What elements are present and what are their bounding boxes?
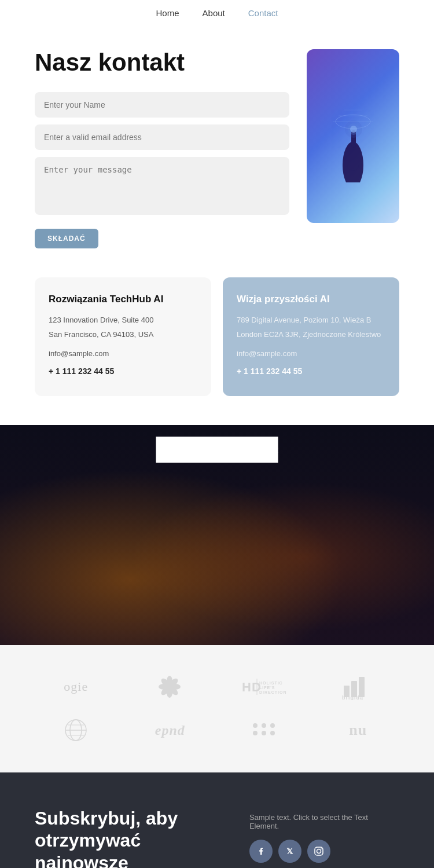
image-nav: Home About Contact [156,437,278,463]
svg-point-74 [270,723,275,728]
svg-rect-65 [359,677,365,697]
logo-epnd-text: epnd [155,723,185,738]
footer-heading: Subskrybuj, aby otrzymywać najnowsze akt… [35,807,215,868]
footer-right: Sample text. Click to select the Text El… [249,807,399,868]
card-1-phone: + 1 111 232 44 55 [49,365,197,378]
hero-illustration [327,90,379,182]
card-2-address2: London EC2A 3JR, Zjednoczone Królestwo [237,329,385,341]
svg-text:brigida: brigida [342,695,363,700]
contact-cards: Rozwiązania TechHub AI 123 Innovation Dr… [0,277,434,425]
page-title: Nasz kontakt [35,49,289,76]
card-1-title: Rozwiązania TechHub AI [49,294,197,305]
card-1-email: info@sample.com [49,348,197,360]
image-nav-home[interactable]: Home [156,445,179,455]
svg-rect-78 [315,847,323,855]
svg-point-57 [167,684,172,690]
main-nav: Home About Contact [0,0,434,26]
logo-dots-icon [249,719,278,742]
svg-point-79 [317,849,321,853]
logo-flower [157,674,183,700]
contact-card-2: Wizja przyszłości AI 789 Digital Avenue,… [223,277,399,396]
svg-text:LIFE'S: LIFE'S [259,686,275,690]
footer: Subskrybuj, aby otrzymywać najnowsze akt… [0,772,434,868]
name-field-group [35,92,289,118]
message-field-group [35,157,289,217]
logo-globe-icon [63,717,89,744]
card-2-phone: + 1 111 232 44 55 [237,365,385,378]
logo-brigida-icon: brigida [341,674,376,700]
logo-dots [249,719,278,742]
card-2-title: Wizja przyszłości AI [237,294,385,305]
svg-text:HOLISTIC: HOLISTIC [259,681,283,685]
logo-nu-text: nu [349,721,367,739]
card-2-address1: 789 Digital Avenue, Poziom 10, Wieża B [237,314,385,327]
instagram-icon[interactable] [307,840,330,863]
image-nav-about[interactable]: About [203,445,225,455]
logo-nu: nu [349,721,367,739]
nav-about[interactable]: About [203,8,225,18]
svg-text:HD: HD [242,680,262,694]
facebook-icon[interactable] [249,840,273,863]
hero-section: Nasz kontakt SKŁADAĆ [0,26,434,277]
logo-ogie: ogie [64,679,88,694]
footer-left: Subskrybuj, aby otrzymywać najnowsze akt… [35,807,215,868]
svg-point-5 [345,120,362,138]
logo-flower-icon [157,674,183,700]
logo-globe [63,717,89,744]
contact-card-1: Rozwiązania TechHub AI 123 Innovation Dr… [35,277,211,396]
nav-contact[interactable]: Contact [248,8,278,18]
logos-section: ogie HD HOLISTIC L [0,645,434,772]
footer-content: Subskrybuj, aby otrzymywać najnowsze akt… [35,807,399,868]
logo-brigida: brigida [341,674,376,700]
twitter-x-icon[interactable]: 𝕏 [278,840,301,863]
svg-text:DIRECTION: DIRECTION [259,690,287,694]
card-2-email: info@sample.com [237,348,385,360]
svg-point-73 [262,723,266,728]
hero-image [307,49,399,223]
name-input[interactable] [35,92,289,118]
logo-ogie-text: ogie [64,679,88,694]
logo-hd-icon: HD HOLISTIC LIFE'S DIRECTION [241,675,287,698]
svg-point-80 [321,848,322,849]
message-textarea[interactable] [35,157,289,215]
svg-point-77 [270,731,275,735]
social-icons: 𝕏 [249,840,399,863]
logos-grid: ogie HD HOLISTIC L [35,674,399,744]
email-input[interactable] [35,124,289,150]
hero-left: Nasz kontakt SKŁADAĆ [35,49,289,248]
card-1-address1: 123 Innovation Drive, Suite 400 [49,314,197,327]
svg-point-72 [253,723,258,728]
image-nav-contact[interactable]: Contact [248,445,278,455]
svg-point-76 [262,731,266,735]
submit-button[interactable]: SKŁADAĆ [35,229,98,248]
logo-epnd: epnd [155,723,185,738]
footer-sample-text: Sample text. Click to select the Text El… [249,813,399,830]
svg-point-75 [253,731,258,735]
hero-image-section: Home About Contact [0,425,434,645]
nav-home[interactable]: Home [156,8,179,18]
logo-hd: HD HOLISTIC LIFE'S DIRECTION [241,675,287,698]
email-field-group [35,124,289,150]
card-1-address2: San Francisco, CA 94103, USA [49,329,197,341]
